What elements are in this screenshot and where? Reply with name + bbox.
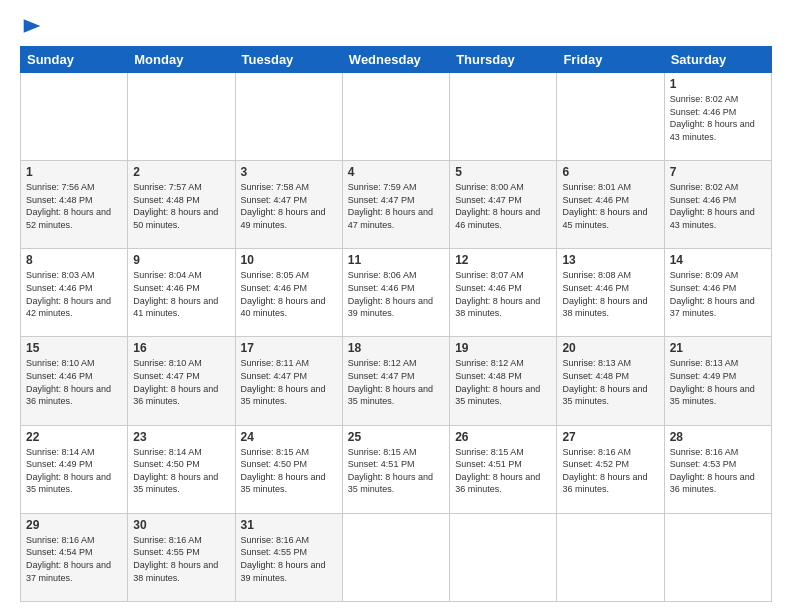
day-number: 8	[26, 253, 122, 267]
day-info: Sunrise: 8:02 AMSunset: 4:46 PMDaylight:…	[670, 182, 755, 230]
calendar-day-header: Tuesday	[235, 47, 342, 73]
day-number: 1	[26, 165, 122, 179]
day-number: 1	[670, 77, 766, 91]
calendar-day-cell	[235, 73, 342, 161]
day-number: 6	[562, 165, 658, 179]
calendar-week-row: 22Sunrise: 8:14 AMSunset: 4:49 PMDayligh…	[21, 425, 772, 513]
day-info: Sunrise: 8:15 AMSunset: 4:51 PMDaylight:…	[348, 447, 433, 495]
day-info: Sunrise: 8:14 AMSunset: 4:50 PMDaylight:…	[133, 447, 218, 495]
calendar-day-cell	[342, 513, 449, 601]
day-info: Sunrise: 8:16 AMSunset: 4:54 PMDaylight:…	[26, 535, 111, 583]
day-number: 9	[133, 253, 229, 267]
day-info: Sunrise: 8:05 AMSunset: 4:46 PMDaylight:…	[241, 270, 326, 318]
day-info: Sunrise: 8:10 AMSunset: 4:46 PMDaylight:…	[26, 358, 111, 406]
day-info: Sunrise: 8:16 AMSunset: 4:53 PMDaylight:…	[670, 447, 755, 495]
calendar-day-cell: 2Sunrise: 7:57 AMSunset: 4:48 PMDaylight…	[128, 161, 235, 249]
day-number: 4	[348, 165, 444, 179]
logo	[20, 16, 42, 36]
calendar-day-header: Sunday	[21, 47, 128, 73]
calendar-day-cell: 27Sunrise: 8:16 AMSunset: 4:52 PMDayligh…	[557, 425, 664, 513]
day-number: 15	[26, 341, 122, 355]
day-info: Sunrise: 8:16 AMSunset: 4:52 PMDaylight:…	[562, 447, 647, 495]
calendar-day-cell: 7Sunrise: 8:02 AMSunset: 4:46 PMDaylight…	[664, 161, 771, 249]
day-info: Sunrise: 8:15 AMSunset: 4:51 PMDaylight:…	[455, 447, 540, 495]
day-number: 26	[455, 430, 551, 444]
day-info: Sunrise: 8:13 AMSunset: 4:48 PMDaylight:…	[562, 358, 647, 406]
calendar-day-header: Saturday	[664, 47, 771, 73]
day-number: 30	[133, 518, 229, 532]
calendar-day-cell	[450, 73, 557, 161]
day-info: Sunrise: 8:07 AMSunset: 4:46 PMDaylight:…	[455, 270, 540, 318]
day-info: Sunrise: 8:01 AMSunset: 4:46 PMDaylight:…	[562, 182, 647, 230]
calendar-day-cell: 8Sunrise: 8:03 AMSunset: 4:46 PMDaylight…	[21, 249, 128, 337]
calendar-day-cell: 29Sunrise: 8:16 AMSunset: 4:54 PMDayligh…	[21, 513, 128, 601]
day-info: Sunrise: 8:12 AMSunset: 4:48 PMDaylight:…	[455, 358, 540, 406]
calendar-day-cell: 9Sunrise: 8:04 AMSunset: 4:46 PMDaylight…	[128, 249, 235, 337]
calendar-day-cell: 28Sunrise: 8:16 AMSunset: 4:53 PMDayligh…	[664, 425, 771, 513]
day-info: Sunrise: 8:02 AMSunset: 4:46 PMDaylight:…	[670, 94, 755, 142]
calendar-table: SundayMondayTuesdayWednesdayThursdayFrid…	[20, 46, 772, 602]
day-number: 27	[562, 430, 658, 444]
day-number: 12	[455, 253, 551, 267]
calendar-day-cell: 12Sunrise: 8:07 AMSunset: 4:46 PMDayligh…	[450, 249, 557, 337]
calendar-day-header: Friday	[557, 47, 664, 73]
calendar-week-row: 8Sunrise: 8:03 AMSunset: 4:46 PMDaylight…	[21, 249, 772, 337]
day-number: 11	[348, 253, 444, 267]
day-info: Sunrise: 8:13 AMSunset: 4:49 PMDaylight:…	[670, 358, 755, 406]
calendar-day-cell: 15Sunrise: 8:10 AMSunset: 4:46 PMDayligh…	[21, 337, 128, 425]
calendar-day-cell: 20Sunrise: 8:13 AMSunset: 4:48 PMDayligh…	[557, 337, 664, 425]
calendar-day-header: Thursday	[450, 47, 557, 73]
day-number: 29	[26, 518, 122, 532]
calendar-day-cell: 3Sunrise: 7:58 AMSunset: 4:47 PMDaylight…	[235, 161, 342, 249]
calendar-day-cell: 19Sunrise: 8:12 AMSunset: 4:48 PMDayligh…	[450, 337, 557, 425]
calendar-day-cell: 13Sunrise: 8:08 AMSunset: 4:46 PMDayligh…	[557, 249, 664, 337]
calendar-day-cell: 18Sunrise: 8:12 AMSunset: 4:47 PMDayligh…	[342, 337, 449, 425]
calendar-day-cell	[450, 513, 557, 601]
calendar-day-cell: 25Sunrise: 8:15 AMSunset: 4:51 PMDayligh…	[342, 425, 449, 513]
day-info: Sunrise: 8:16 AMSunset: 4:55 PMDaylight:…	[133, 535, 218, 583]
calendar-day-cell	[21, 73, 128, 161]
calendar-day-cell: 5Sunrise: 8:00 AMSunset: 4:47 PMDaylight…	[450, 161, 557, 249]
calendar-week-row: 29Sunrise: 8:16 AMSunset: 4:54 PMDayligh…	[21, 513, 772, 601]
day-number: 24	[241, 430, 337, 444]
day-number: 25	[348, 430, 444, 444]
calendar-day-header: Wednesday	[342, 47, 449, 73]
day-number: 14	[670, 253, 766, 267]
calendar-day-cell: 17Sunrise: 8:11 AMSunset: 4:47 PMDayligh…	[235, 337, 342, 425]
day-info: Sunrise: 8:14 AMSunset: 4:49 PMDaylight:…	[26, 447, 111, 495]
page: SundayMondayTuesdayWednesdayThursdayFrid…	[0, 0, 792, 612]
calendar-week-row: 1Sunrise: 8:02 AMSunset: 4:46 PMDaylight…	[21, 73, 772, 161]
day-info: Sunrise: 8:06 AMSunset: 4:46 PMDaylight:…	[348, 270, 433, 318]
calendar-day-cell: 11Sunrise: 8:06 AMSunset: 4:46 PMDayligh…	[342, 249, 449, 337]
day-number: 22	[26, 430, 122, 444]
day-number: 28	[670, 430, 766, 444]
day-number: 16	[133, 341, 229, 355]
day-info: Sunrise: 8:00 AMSunset: 4:47 PMDaylight:…	[455, 182, 540, 230]
day-number: 10	[241, 253, 337, 267]
calendar-day-cell	[342, 73, 449, 161]
day-number: 18	[348, 341, 444, 355]
calendar-day-cell: 4Sunrise: 7:59 AMSunset: 4:47 PMDaylight…	[342, 161, 449, 249]
header	[20, 16, 772, 36]
day-info: Sunrise: 7:58 AMSunset: 4:47 PMDaylight:…	[241, 182, 326, 230]
day-info: Sunrise: 8:16 AMSunset: 4:55 PMDaylight:…	[241, 535, 326, 583]
day-number: 21	[670, 341, 766, 355]
day-number: 13	[562, 253, 658, 267]
day-number: 3	[241, 165, 337, 179]
calendar-week-row: 1Sunrise: 7:56 AMSunset: 4:48 PMDaylight…	[21, 161, 772, 249]
day-info: Sunrise: 8:10 AMSunset: 4:47 PMDaylight:…	[133, 358, 218, 406]
calendar-day-cell	[557, 73, 664, 161]
day-number: 7	[670, 165, 766, 179]
calendar-day-cell: 26Sunrise: 8:15 AMSunset: 4:51 PMDayligh…	[450, 425, 557, 513]
day-info: Sunrise: 8:12 AMSunset: 4:47 PMDaylight:…	[348, 358, 433, 406]
day-info: Sunrise: 8:08 AMSunset: 4:46 PMDaylight:…	[562, 270, 647, 318]
day-info: Sunrise: 8:11 AMSunset: 4:47 PMDaylight:…	[241, 358, 326, 406]
day-info: Sunrise: 8:15 AMSunset: 4:50 PMDaylight:…	[241, 447, 326, 495]
calendar-day-cell: 16Sunrise: 8:10 AMSunset: 4:47 PMDayligh…	[128, 337, 235, 425]
calendar-day-cell: 22Sunrise: 8:14 AMSunset: 4:49 PMDayligh…	[21, 425, 128, 513]
calendar-day-cell	[664, 513, 771, 601]
day-number: 23	[133, 430, 229, 444]
day-number: 19	[455, 341, 551, 355]
calendar-day-cell: 1Sunrise: 8:02 AMSunset: 4:46 PMDaylight…	[664, 73, 771, 161]
calendar-week-row: 15Sunrise: 8:10 AMSunset: 4:46 PMDayligh…	[21, 337, 772, 425]
